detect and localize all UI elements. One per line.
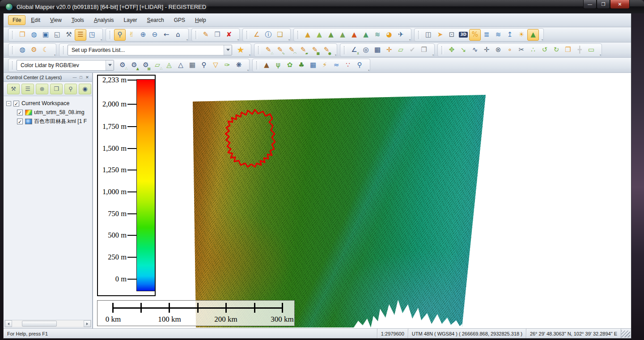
lidar-point-info-button[interactable]: ⚲: [198, 60, 210, 71]
menu-edit[interactable]: Edit: [26, 15, 45, 25]
control-center-titlebar[interactable]: Control Center (2 Layers) — □ ✕: [4, 73, 92, 82]
workspace-label[interactable]: Current Workspace: [21, 100, 69, 106]
web-map-button[interactable]: ◍: [17, 44, 28, 56]
3d-view-button[interactable]: 3D: [458, 29, 469, 41]
measure-tool-button[interactable]: ∠: [251, 29, 263, 41]
close-layer-button[interactable]: ⊗: [36, 84, 48, 94]
create-line-button[interactable]: ✎∿: [274, 44, 286, 56]
class-medium-vegetation-button[interactable]: ✿: [284, 60, 296, 71]
watershed-button[interactable]: ▲: [360, 29, 372, 41]
pan-tool-button[interactable]: ✌: [126, 29, 137, 41]
gauge-measure-button[interactable]: ↥: [504, 29, 516, 41]
favorites-combobox[interactable]: Set up Favorites List...: [68, 45, 232, 55]
lidar-classify-ground-button[interactable]: ⚙▲: [128, 60, 140, 71]
layer-label[interactable]: utm_srtm_58_08.img: [34, 109, 85, 115]
maximize-button[interactable]: ❐: [597, 0, 610, 9]
scrollbar-thumb[interactable]: [22, 321, 57, 327]
raster-options-button[interactable]: ◕: [383, 29, 395, 41]
zoom-tool-button[interactable]: ⚲: [114, 29, 126, 41]
panel-close-button[interactable]: ✕: [84, 75, 90, 80]
lidar-triangulate-button[interactable]: △: [175, 60, 186, 71]
rotate-left-button[interactable]: ↺: [539, 44, 551, 56]
close-button[interactable]: ✕: [610, 0, 630, 9]
zoom-in-button[interactable]: ⊕: [137, 29, 149, 41]
menu-search[interactable]: Search: [143, 15, 169, 25]
compare-terrain-button[interactable]: ≋: [372, 29, 383, 41]
fly-through-button[interactable]: ✈: [395, 29, 407, 41]
full-view-button[interactable]: ⌂: [172, 29, 184, 41]
minimize-button[interactable]: —: [583, 0, 597, 9]
select-features-button[interactable]: ❒: [212, 29, 223, 41]
layer-checkbox[interactable]: ✓: [17, 119, 23, 124]
create-freehand-button[interactable]: ✎◠: [286, 44, 297, 56]
crop-layer-button[interactable]: ❒: [50, 84, 63, 94]
delete-features-button[interactable]: ✘: [223, 29, 235, 41]
panel-horizontal-scrollbar[interactable]: [4, 320, 91, 327]
points-to-area-button[interactable]: ∴: [527, 44, 539, 56]
confirm-edit-button[interactable]: ✔: [407, 44, 418, 56]
resize-grip[interactable]: [621, 331, 630, 337]
class-low-vegetation-button[interactable]: ψ: [272, 60, 284, 71]
lidar-filter-button[interactable]: ▽: [210, 60, 221, 71]
layer-options-button[interactable]: ⚒: [7, 84, 20, 94]
paste-feature-button[interactable]: ❐: [418, 44, 430, 56]
layer-row-raster[interactable]: ✓ utm_srtm_58_08.img: [6, 108, 91, 117]
create-grid-button[interactable]: ▦: [372, 44, 383, 56]
split-line-button[interactable]: ✂: [516, 44, 527, 56]
move-feature-button[interactable]: ✥: [446, 44, 458, 56]
move-vertex-button[interactable]: ✛: [481, 44, 492, 56]
menu-file[interactable]: File: [8, 15, 25, 25]
buffer-feature-button[interactable]: ▭: [585, 44, 597, 56]
dock-window-button[interactable]: ⊡: [446, 29, 458, 41]
class-noise-button[interactable]: ∵: [342, 60, 354, 71]
lidar-classify-tool-button[interactable]: ❋: [233, 60, 245, 71]
configuration-button[interactable]: ⚒: [63, 29, 75, 41]
layer-metadata-button[interactable]: ☰: [21, 84, 34, 94]
flood-simulation-button[interactable]: ▲: [325, 29, 337, 41]
create-area-button[interactable]: ✎▰: [297, 44, 309, 56]
scroll-left-arrow[interactable]: [5, 320, 12, 327]
open-file-button[interactable]: ❒: [17, 29, 28, 41]
tree-expander-icon[interactable]: −: [6, 101, 11, 106]
view-shed-button[interactable]: ▲: [348, 29, 360, 41]
create-range-rings-button[interactable]: ◎: [360, 44, 372, 56]
contour-generation-button[interactable]: ▲: [302, 29, 314, 41]
night-mode-button[interactable]: ☾: [40, 44, 51, 56]
workspace-checkbox[interactable]: ✓: [13, 101, 19, 106]
layer-checkbox[interactable]: ✓: [17, 110, 23, 115]
class-high-vegetation-button[interactable]: ♣: [296, 60, 307, 71]
class-ground-button[interactable]: ▲: [261, 60, 272, 71]
favorites-star-button[interactable]: ★: [235, 44, 246, 56]
lidar-thin-points-button[interactable]: ▦: [186, 60, 198, 71]
search-data-button[interactable]: ❑: [274, 29, 286, 41]
feature-info-button[interactable]: ⓘ: [263, 29, 274, 41]
split-screen-button[interactable]: ◫: [423, 29, 434, 41]
elevation-raster-layer[interactable]: [193, 95, 486, 327]
layer-visibility-button[interactable]: ◉: [79, 84, 91, 94]
scale-feature-button[interactable]: ↘: [458, 44, 469, 56]
layer-label[interactable]: 百色市田林县.kml [1 F: [34, 118, 87, 125]
overlay-control-button[interactable]: ◳: [86, 29, 98, 41]
snap-vertex-button[interactable]: ⊗: [492, 44, 504, 56]
search-layers-button[interactable]: ⚲: [64, 84, 77, 94]
lidar-combobox[interactable]: Color Lidar by RGB/Elev: [17, 60, 114, 71]
title-bar[interactable]: Global Mapper v20.0 (b091818) [64-bit] […: [0, 0, 644, 13]
tree-root-row[interactable]: − ✓ Current Workspace: [6, 99, 91, 108]
lidar-select-points-button[interactable]: ▱∴: [152, 60, 163, 71]
digitizer-tool-button[interactable]: ✎: [200, 29, 212, 41]
open-online-data-button[interactable]: ◍: [28, 29, 40, 41]
menu-analysis[interactable]: Analysis: [89, 15, 119, 25]
follow-cursor-button[interactable]: ➤: [434, 29, 446, 41]
lidar-edit-colors-button[interactable]: ✑: [221, 60, 233, 71]
save-workspace-button[interactable]: ▣: [40, 29, 51, 41]
lidar-classify-buildings-button[interactable]: ⚙▦: [140, 60, 152, 71]
map-viewport[interactable]: 2,233 m2,000 m1,750 m1,500 m1,250 m1,000…: [93, 73, 631, 328]
reshape-feature-button[interactable]: ∿: [469, 44, 481, 56]
water-level-rise-button[interactable]: ≣: [481, 29, 492, 41]
chevron-down-icon[interactable]: [106, 60, 114, 70]
swap-views-button[interactable]: %: [469, 29, 481, 41]
panel-minimize-button[interactable]: —: [72, 75, 78, 80]
panel-maximize-button[interactable]: □: [78, 75, 84, 80]
crop-features-button[interactable]: ╋: [574, 44, 585, 56]
lidar-create-tin-button[interactable]: ◬: [163, 60, 175, 71]
